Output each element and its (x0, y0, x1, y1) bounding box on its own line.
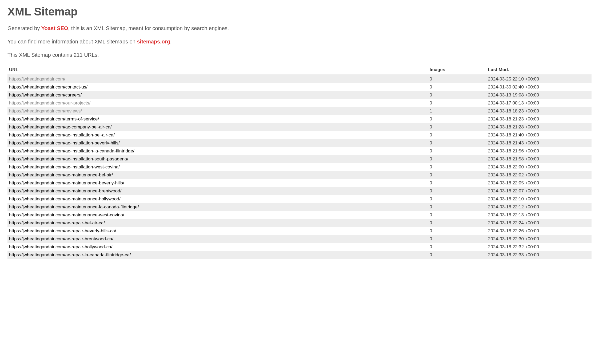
sitemap-url-link[interactable]: https://jwheatingandair.com/contact-us/ (9, 84, 87, 90)
cell-url: https://jwheatingandair.com/ac-installat… (7, 139, 428, 147)
cell-url: https://jwheatingandair.com/ac-maintenan… (7, 211, 428, 219)
sitemap-url-link[interactable]: https://jwheatingandair.com/reviews/ (9, 108, 82, 114)
cell-url: https://jwheatingandair.com/ac-maintenan… (7, 203, 428, 211)
table-row: https://jwheatingandair.com/ac-installat… (7, 147, 592, 155)
sitemap-url-link[interactable]: https://jwheatingandair.com/ac-installat… (9, 132, 115, 137)
cell-lastmod: 2024-03-18 22:13 +00:00 (486, 211, 592, 219)
sitemap-url-link[interactable]: https://jwheatingandair.com/ac-repair-ho… (9, 244, 112, 249)
sitemap-url-link[interactable]: https://jwheatingandair.com/ac-installat… (9, 156, 128, 161)
cell-url: https://jwheatingandair.com/ac-maintenan… (7, 179, 428, 187)
sitemap-url-link[interactable]: https://jwheatingandair.com/ac-installat… (9, 140, 120, 145)
yoast-link[interactable]: Yoast SEO (41, 25, 68, 31)
cell-lastmod: 2024-03-18 18:23 +00:00 (486, 107, 592, 115)
table-row: https://jwheatingandair.com/ac-maintenan… (7, 211, 592, 219)
cell-lastmod: 2024-03-18 21:40 +00:00 (486, 131, 592, 139)
sitemap-url-link[interactable]: https://jwheatingandair.com/ac-company-b… (9, 124, 112, 130)
cell-url: https://jwheatingandair.com/ac-maintenan… (7, 171, 428, 179)
sitemap-url-link[interactable]: https://jwheatingandair.com/ac-maintenan… (9, 212, 124, 217)
cell-lastmod: 2024-03-18 22:02 +00:00 (486, 171, 592, 179)
sitemap-url-link[interactable]: https://jwheatingandair.com/ac-maintenan… (9, 188, 121, 193)
cell-url: https://jwheatingandair.com/ac-installat… (7, 163, 428, 171)
cell-images: 0 (428, 147, 486, 155)
count-line: This XML Sitemap contains 211 URLs. (7, 51, 592, 59)
table-row: https://jwheatingandair.com/our-projects… (7, 99, 592, 107)
cell-images: 0 (428, 187, 486, 195)
sitemap-url-link[interactable]: https://jwheatingandair.com/ac-repair-be… (9, 220, 105, 225)
sitemap-url-link[interactable]: https://jwheatingandair.com/ac-maintenan… (9, 172, 113, 177)
cell-url: https://jwheatingandair.com/ (7, 75, 428, 83)
sitemap-url-link[interactable]: https://jwheatingandair.com/ac-maintenan… (9, 204, 139, 209)
cell-lastmod: 2024-03-18 21:43 +00:00 (486, 139, 592, 147)
cell-images: 0 (428, 75, 486, 83)
sitemap-url-link[interactable]: https://jwheatingandair.com/ac-installat… (9, 164, 120, 169)
sitemaps-link[interactable]: sitemaps.org (137, 39, 170, 45)
cell-lastmod: 2024-03-18 22:30 +00:00 (486, 235, 592, 243)
sitemap-url-link[interactable]: https://jwheatingandair.com/ (9, 76, 65, 82)
table-row: https://jwheatingandair.com/ac-maintenan… (7, 195, 592, 203)
table-row: https://jwheatingandair.com/ac-repair-be… (7, 227, 592, 235)
table-row: https://jwheatingandair.com/ac-maintenan… (7, 179, 592, 187)
cell-images: 0 (428, 203, 486, 211)
cell-images: 0 (428, 171, 486, 179)
generated-line: Generated by Yoast SEO, this is an XML S… (7, 25, 592, 32)
cell-lastmod: 2024-03-18 22:05 +00:00 (486, 179, 592, 187)
sitemap-url-link[interactable]: https://jwheatingandair.com/careers/ (9, 92, 82, 98)
sitemap-url-link[interactable]: https://jwheatingandair.com/ac-repair-la… (9, 252, 131, 257)
moreinfo-suffix: . (170, 39, 172, 45)
sitemap-url-link[interactable]: https://jwheatingandair.com/ac-maintenan… (9, 196, 121, 201)
cell-url: https://jwheatingandair.com/ac-installat… (7, 147, 428, 155)
col-header-images: Images (428, 64, 486, 75)
sitemap-url-link[interactable]: https://jwheatingandair.com/ac-repair-br… (9, 236, 113, 241)
cell-images: 0 (428, 155, 486, 163)
generated-prefix: Generated by (7, 25, 41, 31)
col-header-lastmod: Last Mod. (486, 64, 592, 75)
cell-lastmod: 2024-03-18 21:28 +00:00 (486, 123, 592, 131)
sitemap-url-link[interactable]: https://jwheatingandair.com/ac-repair-be… (9, 228, 116, 233)
cell-url: https://jwheatingandair.com/careers/ (7, 91, 428, 99)
cell-url: https://jwheatingandair.com/ac-repair-ho… (7, 243, 428, 251)
sitemap-url-link[interactable]: https://jwheatingandair.com/ac-installat… (9, 148, 134, 153)
cell-lastmod: 2024-03-18 22:00 +00:00 (486, 163, 592, 171)
cell-url: https://jwheatingandair.com/ac-maintenan… (7, 195, 428, 203)
col-header-url: URL (7, 64, 428, 75)
table-row: https://jwheatingandair.com/ac-maintenan… (7, 187, 592, 195)
cell-lastmod: 2024-03-25 22:10 +00:00 (486, 75, 592, 83)
sitemap-url-link[interactable]: https://jwheatingandair.com/ac-maintenan… (9, 180, 124, 185)
table-row: https://jwheatingandair.com/ac-installat… (7, 163, 592, 171)
cell-images: 0 (428, 83, 486, 91)
cell-images: 0 (428, 163, 486, 171)
cell-images: 0 (428, 211, 486, 219)
moreinfo-line: You can find more information about XML … (7, 38, 592, 45)
cell-url: https://jwheatingandair.com/our-projects… (7, 99, 428, 107)
cell-url: https://jwheatingandair.com/ac-repair-br… (7, 235, 428, 243)
cell-images: 0 (428, 179, 486, 187)
cell-lastmod: 2024-01-30 02:40 +00:00 (486, 83, 592, 91)
cell-images: 0 (428, 131, 486, 139)
table-row: https://jwheatingandair.com/ac-company-b… (7, 123, 592, 131)
table-row: https://jwheatingandair.com/terms-of-ser… (7, 115, 592, 123)
cell-url: https://jwheatingandair.com/terms-of-ser… (7, 115, 428, 123)
cell-lastmod: 2024-03-13 19:08 +00:00 (486, 91, 592, 99)
cell-lastmod: 2024-03-18 22:12 +00:00 (486, 203, 592, 211)
moreinfo-prefix: You can find more information about XML … (7, 39, 137, 45)
cell-images: 0 (428, 115, 486, 123)
cell-lastmod: 2024-03-18 21:23 +00:00 (486, 115, 592, 123)
cell-url: https://jwheatingandair.com/ac-installat… (7, 131, 428, 139)
table-row: https://jwheatingandair.com/ac-installat… (7, 139, 592, 147)
cell-url: https://jwheatingandair.com/reviews/ (7, 107, 428, 115)
table-header-row: URL Images Last Mod. (7, 64, 592, 75)
table-row: https://jwheatingandair.com/ac-repair-la… (7, 251, 592, 259)
cell-images: 0 (428, 99, 486, 107)
table-row: https://jwheatingandair.com/ac-maintenan… (7, 171, 592, 179)
cell-images: 0 (428, 251, 486, 259)
cell-images: 0 (428, 195, 486, 203)
page-title: XML Sitemap (7, 5, 592, 18)
cell-lastmod: 2024-03-18 22:26 +00:00 (486, 227, 592, 235)
sitemap-url-link[interactable]: https://jwheatingandair.com/our-projects… (9, 100, 90, 106)
sitemap-url-link[interactable]: https://jwheatingandair.com/terms-of-ser… (9, 116, 99, 122)
table-row: https://jwheatingandair.com/ac-maintenan… (7, 203, 592, 211)
cell-url: https://jwheatingandair.com/contact-us/ (7, 83, 428, 91)
intro-block: Generated by Yoast SEO, this is an XML S… (7, 25, 592, 59)
cell-images: 1 (428, 107, 486, 115)
table-row: https://jwheatingandair.com/ac-repair-ho… (7, 243, 592, 251)
